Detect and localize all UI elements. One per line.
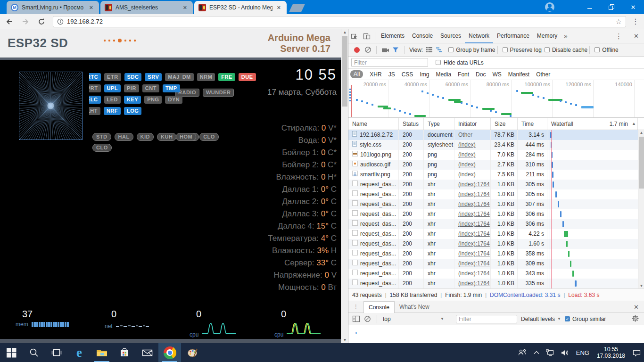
type-filter-doc[interactable]: Doc	[476, 71, 486, 78]
request-name-cell[interactable]: request_das...	[348, 180, 399, 189]
sort-arrow-icon[interactable]: ▲	[632, 121, 636, 126]
network-request-row[interactable]: audiosco.gif200png(index)2.7 KB310 ms	[348, 160, 638, 170]
request-initiator-cell[interactable]: (index):1764	[454, 269, 491, 279]
module-badge-due[interactable]: DUE	[239, 73, 256, 81]
url-text[interactable]: 192.168.2.72	[67, 18, 616, 25]
request-name-cell[interactable]: request_das...	[348, 199, 399, 209]
new-tab-button[interactable]	[289, 4, 305, 12]
column-header-initiator[interactable]: Initiator	[454, 118, 491, 130]
module-badge-pir[interactable]: PIR	[124, 84, 139, 92]
module-badge-lht[interactable]: LHT	[89, 107, 100, 115]
zone-pill-kid[interactable]: KID	[137, 133, 154, 141]
console-filter-input[interactable]	[456, 315, 517, 323]
request-initiator-cell[interactable]: (index)	[454, 160, 491, 170]
browser-tab[interactable]: AMS_steelseries✕	[100, 1, 193, 14]
console-prompt[interactable]: ›	[348, 325, 644, 343]
module-badge-dyn[interactable]: DYN	[165, 96, 182, 104]
console-levels-select[interactable]: Default levels▼	[521, 316, 561, 322]
request-initiator-cell[interactable]: (index)	[454, 150, 491, 160]
request-name-cell[interactable]: request_das...	[348, 269, 399, 279]
type-filter-font[interactable]: Font	[458, 71, 469, 78]
taskbar-search-button[interactable]	[23, 343, 45, 362]
taskbar-store-button[interactable]	[113, 343, 136, 362]
request-initiator-cell[interactable]: (index):1764	[454, 239, 491, 249]
network-request-row[interactable]: 101logo.png200png(index)7.0 KB284 ms	[348, 150, 638, 160]
browser-tab[interactable]: MSmartLiving.ru • Просмо✕	[7, 1, 99, 14]
network-filter-input[interactable]	[351, 58, 428, 67]
request-name-cell[interactable]: request_das...	[348, 189, 399, 199]
page-scrollbar[interactable]: ▲ ▼	[341, 29, 348, 343]
column-header-time[interactable]: Time	[518, 118, 547, 130]
zone-pill-hom[interactable]: HOM	[176, 133, 196, 141]
tab-close-icon[interactable]: ✕	[182, 5, 188, 11]
minimize-button[interactable]	[579, 0, 601, 14]
network-icon[interactable]	[543, 343, 558, 362]
hide-data-urls-checkbox[interactable]	[436, 60, 441, 65]
scroll-thumb[interactable]	[639, 137, 644, 189]
hide-data-urls[interactable]: Hide data URLs	[436, 59, 484, 66]
network-request-row[interactable]: style.css200stylesheet(index)23.4 KB444 …	[348, 140, 638, 150]
back-button[interactable]	[3, 15, 16, 28]
request-name-cell[interactable]: request_das...	[348, 249, 399, 259]
devtools-tab-memory[interactable]: Memory	[533, 29, 561, 43]
console-context-select[interactable]: top▼	[383, 316, 444, 322]
request-initiator-cell[interactable]: (index):1764	[454, 219, 491, 229]
taskbar-explorer-button[interactable]	[91, 343, 113, 362]
network-request-row[interactable]: request_das...200xhr(index):17641.0 KB30…	[348, 259, 638, 269]
devtools-tab-sources[interactable]: Sources	[437, 29, 465, 43]
module-badge-led[interactable]: LED	[104, 96, 121, 104]
type-filter-manifest[interactable]: Manifest	[508, 71, 529, 78]
tray-clock[interactable]: 10:55 17.03.2018	[593, 346, 629, 359]
module-badge-prt[interactable]: PRT	[89, 84, 101, 92]
checkbox-box[interactable]	[545, 47, 550, 52]
checkbox-box[interactable]	[448, 47, 454, 52]
language-indicator[interactable]: ENG	[573, 343, 593, 362]
devtools-close-icon[interactable]: ✕	[628, 33, 644, 40]
scroll-thumb[interactable]	[342, 36, 347, 107]
drawer-tab-console[interactable]: Console	[363, 301, 395, 313]
devtools-tab-elements[interactable]: Elements	[377, 29, 408, 43]
module-badge-tmp[interactable]: TMP	[163, 84, 180, 92]
column-header-type[interactable]: Type	[424, 118, 454, 130]
network-request-row[interactable]: request_das...200xhr(index):17641.0 KB30…	[348, 180, 638, 189]
type-filter-ws[interactable]: WS	[492, 71, 501, 78]
request-initiator-cell[interactable]: (index):1764	[454, 189, 491, 199]
zone-pill-clo[interactable]: CLO	[199, 133, 219, 141]
action-center-icon[interactable]	[629, 343, 644, 362]
drawer-menu-icon[interactable]: ⋮	[348, 305, 363, 309]
checkbox-box[interactable]	[594, 47, 600, 52]
type-filter-img[interactable]: Img	[420, 71, 429, 78]
filter-funnel-icon[interactable]	[392, 47, 399, 53]
drawer-close-icon[interactable]: ✕	[628, 304, 644, 311]
zone-pill-clo[interactable]: CLO	[92, 144, 112, 152]
request-initiator-cell[interactable]: (index):1764	[454, 279, 491, 288]
people-icon[interactable]	[514, 343, 530, 362]
module-badge-upl[interactable]: UPL	[104, 84, 121, 92]
request-initiator-cell[interactable]: (index):1764	[454, 199, 491, 209]
type-filter-other[interactable]: Other	[536, 71, 550, 78]
request-initiator-cell[interactable]: (index):1764	[454, 209, 491, 219]
close-button[interactable]: ✕	[622, 0, 644, 14]
request-name-cell[interactable]: request_das...	[348, 239, 399, 249]
column-header-size[interactable]: Size	[491, 118, 518, 130]
network-request-row[interactable]: request_das...200xhr(index):17641.0 KB34…	[348, 269, 638, 279]
scroll-down-icon[interactable]: ▼	[341, 338, 348, 342]
column-header-waterfall[interactable]: Waterfall1.7 min▲	[547, 118, 638, 130]
capture-screenshots-icon[interactable]	[381, 47, 389, 53]
column-header-status[interactable]: Status	[399, 118, 424, 130]
request-name-cell[interactable]: request_das...	[348, 259, 399, 269]
request-name-cell[interactable]: 101logo.png	[348, 150, 399, 160]
taskbar-taskview-button[interactable]	[45, 343, 68, 362]
taskbar-paint-button[interactable]	[181, 343, 204, 362]
forward-button[interactable]	[19, 15, 32, 28]
inspect-element-icon[interactable]	[348, 30, 361, 42]
network-request-row[interactable]: 192.168.2.72200documentOther78.7 KB3.14 …	[348, 130, 638, 140]
module-badge-nrm[interactable]: NRM	[197, 73, 215, 81]
console-sidebar-icon[interactable]	[352, 315, 360, 322]
network-request-row[interactable]: request_das...200xhr(index):17641.0 KB33…	[348, 279, 638, 288]
scroll-down-icon[interactable]: ▼	[638, 284, 644, 288]
zone-pill-kuh[interactable]: KUH	[157, 133, 176, 141]
zone-pill-std[interactable]: STD	[92, 133, 111, 141]
clear-icon[interactable]	[364, 46, 372, 53]
info-icon[interactable]	[57, 18, 64, 25]
